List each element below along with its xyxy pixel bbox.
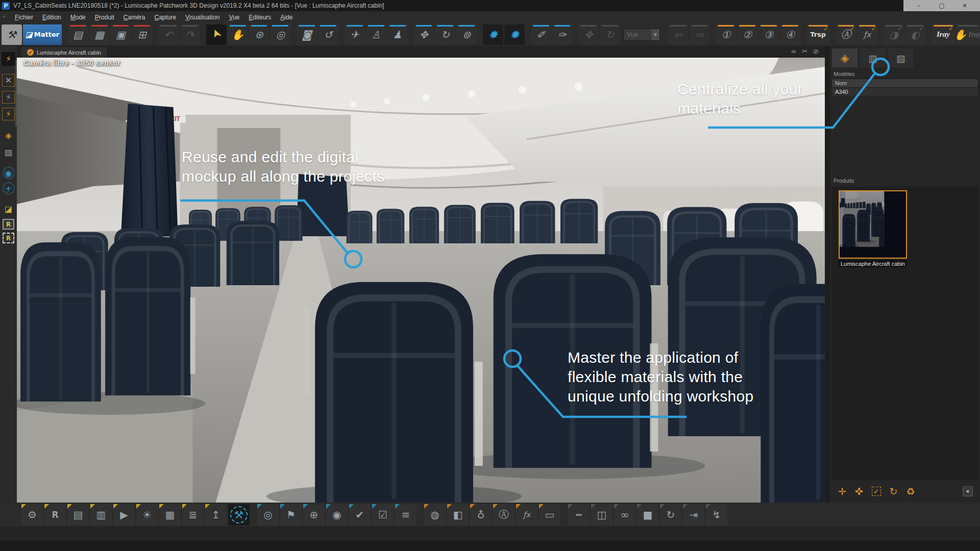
viewport-tab[interactable]: ✓ Lumiscaphe Aircraft cabin xyxy=(20,46,108,58)
menu-item[interactable]: Visualisation xyxy=(181,13,224,22)
3d-viewport[interactable]: Caméra libre - A350 sensor xyxy=(17,58,825,503)
tuning-sliders-button[interactable]: ≣ xyxy=(182,504,204,525)
close-button[interactable]: ✕ xyxy=(957,0,972,11)
next-view-button[interactable]: ⇨ xyxy=(690,24,710,45)
delete-product-button[interactable]: ♻ xyxy=(906,486,915,497)
effects-settings-button[interactable]: ƒx xyxy=(516,504,537,525)
video-capture-button[interactable]: ▶ xyxy=(113,504,135,525)
translate-object-button[interactable]: ✥ xyxy=(414,24,434,45)
effects-toggle-button[interactable]: ƒx ✓ xyxy=(857,24,877,45)
paint-material-button[interactable]: ✸ xyxy=(483,24,503,45)
avatar-mode-button[interactable]: ♟ xyxy=(387,24,408,45)
antialiasing-toggle-button[interactable]: Ⓐ ✓ xyxy=(836,24,856,45)
render-region-button[interactable]: ◈ xyxy=(2,129,15,142)
utility-card-button[interactable]: ■ xyxy=(637,504,658,525)
paint-material-all-button[interactable]: ✹ xyxy=(504,24,525,45)
render-region-image-button[interactable]: R xyxy=(3,233,14,243)
view-select-dropdown[interactable]: Vue ▼ xyxy=(623,29,660,41)
wrench-mode-button[interactable]: ⚒ xyxy=(2,24,22,45)
minimize-button[interactable]: – xyxy=(911,0,926,11)
previous-view-button[interactable]: ⇦ xyxy=(668,24,689,45)
model-row[interactable]: A340 xyxy=(831,88,978,96)
configuration-list-button[interactable]: ≡ xyxy=(395,504,416,525)
models-tree-area[interactable] xyxy=(830,96,980,174)
save-as-button[interactable]: ⊞ xyxy=(132,24,152,45)
menu-item[interactable]: Aide xyxy=(276,13,297,22)
save-button[interactable]: ▣ xyxy=(111,24,131,45)
orbit-tool-button[interactable]: ⊛ xyxy=(249,24,270,45)
wheel-material-button[interactable]: ◍ xyxy=(424,504,446,525)
layers-validate-button[interactable]: ✔ xyxy=(349,504,371,525)
rotate-object-button[interactable]: ↻ xyxy=(435,24,455,45)
product-thumbnail[interactable] xyxy=(839,190,907,259)
realtime-lighting-toggle[interactable]: ⚡ xyxy=(2,52,15,66)
menu-item[interactable]: Mode xyxy=(66,13,90,22)
joystick-navigation-button[interactable]: ↥ xyxy=(205,504,227,525)
portal-light-button[interactable]: ◫ xyxy=(591,504,612,525)
tab-library-folders[interactable]: ▧ xyxy=(888,48,914,67)
image-schedule-button[interactable]: ▤ xyxy=(67,504,89,525)
animation-clapper-button[interactable]: ▦ xyxy=(159,504,181,525)
isolate-eye-toggle[interactable]: ◉ xyxy=(3,167,15,179)
spray-material-button[interactable]: ✐ xyxy=(531,24,551,45)
environment-globe-button[interactable]: ♁ xyxy=(470,504,492,525)
camera-4-button[interactable]: ④ xyxy=(780,24,800,45)
menu-item[interactable]: Vue xyxy=(224,13,244,22)
material-preview-alt-button[interactable]: ◐ ✓ xyxy=(905,24,925,45)
tab-models[interactable]: ◈ xyxy=(832,48,857,67)
camera-orbit-button[interactable]: ↺ xyxy=(318,24,338,45)
move-view-button[interactable]: ✥ xyxy=(578,24,599,45)
snapshot-image-button[interactable]: ◪ xyxy=(2,202,15,216)
new-document-button[interactable]: ▤ xyxy=(68,24,88,45)
bake-lighting-button[interactable]: ⚡ xyxy=(2,90,15,104)
surface-image-button[interactable]: ◧ xyxy=(447,504,469,525)
spray-inspect-button[interactable]: ✑ xyxy=(552,24,573,45)
image-settings-button[interactable]: ▥ xyxy=(90,504,112,525)
menu-item[interactable]: Editeurs xyxy=(244,13,276,22)
zoom-tool-button[interactable]: ◎ xyxy=(270,24,290,45)
presentation-screen-button[interactable]: ▧ xyxy=(2,145,15,159)
add-product-button[interactable]: ✛ xyxy=(838,486,846,497)
layers-wheel-button[interactable]: ◎ xyxy=(257,504,279,525)
camera-3-button[interactable]: ③ xyxy=(758,24,779,45)
detach-view-button[interactable]: ⊘ xyxy=(813,47,819,55)
stop-render-button[interactable]: ■ xyxy=(963,486,973,496)
menu-item[interactable]: Edition xyxy=(38,13,66,22)
sun-lighting-button[interactable]: ☀ xyxy=(136,504,158,525)
measure-ruler-button[interactable]: ┅ xyxy=(568,504,590,525)
add-multiple-products-button[interactable]: ✜ xyxy=(855,486,863,497)
walk-mode-button[interactable]: ♙ xyxy=(366,24,386,45)
tab-materials-library[interactable]: ▥ xyxy=(860,48,886,67)
split-view-button[interactable]: ✂ xyxy=(802,47,807,55)
layers-visibility-button[interactable]: ◉ xyxy=(326,504,348,525)
fly-mode-button[interactable]: ✈ xyxy=(345,24,365,45)
stereo-glasses-button[interactable]: ∞ xyxy=(614,504,635,525)
orbit-object-button[interactable]: ⊚ xyxy=(456,24,477,45)
undo-button[interactable]: ↶ xyxy=(158,24,179,45)
redo-button[interactable]: ↷ xyxy=(180,24,200,45)
render-settings-button[interactable]: R xyxy=(44,504,66,525)
pan-hand-tool-button[interactable]: ✋ xyxy=(228,24,248,45)
menu-item[interactable]: Caméra xyxy=(119,13,150,22)
configuration-tools-button[interactable]: ☑ xyxy=(372,504,394,525)
clear-baked-lighting-button[interactable]: ✕ xyxy=(2,73,15,87)
refresh-products-button[interactable]: ↻ xyxy=(890,486,898,497)
layers-globe-button[interactable]: ⊕ xyxy=(303,504,325,525)
iray-pause-button[interactable]: ✋ Iray xyxy=(956,24,979,45)
statistics-chart-button[interactable]: ↯ xyxy=(706,504,727,525)
matter-mode-button[interactable]: ◪ Matter xyxy=(23,24,62,45)
transparency-toggle-button[interactable]: Trsp ✓ xyxy=(806,24,830,45)
antialiasing-settings-button[interactable]: Ⓐ xyxy=(493,504,514,525)
link-views-button[interactable]: ∞ xyxy=(791,47,796,55)
add-view-button[interactable]: + xyxy=(3,182,15,194)
rotate-view-button[interactable]: ↻ xyxy=(600,24,620,45)
material-preview-button[interactable]: ◑ ✓ xyxy=(884,24,904,45)
camera-2-button[interactable]: ② xyxy=(737,24,757,45)
frame-settings-button[interactable]: ▭ xyxy=(539,504,560,525)
menu-item[interactable]: Produit xyxy=(90,13,119,22)
import-target-button[interactable]: ⇥ xyxy=(683,504,704,525)
iray-render-toggle-button[interactable]: Iray ✓ xyxy=(932,24,955,45)
open-file-button[interactable]: ▦ xyxy=(89,24,110,45)
iray-settings-button[interactable]: ⚙ xyxy=(21,504,43,525)
select-tool-button[interactable]: ➤ xyxy=(206,24,227,45)
